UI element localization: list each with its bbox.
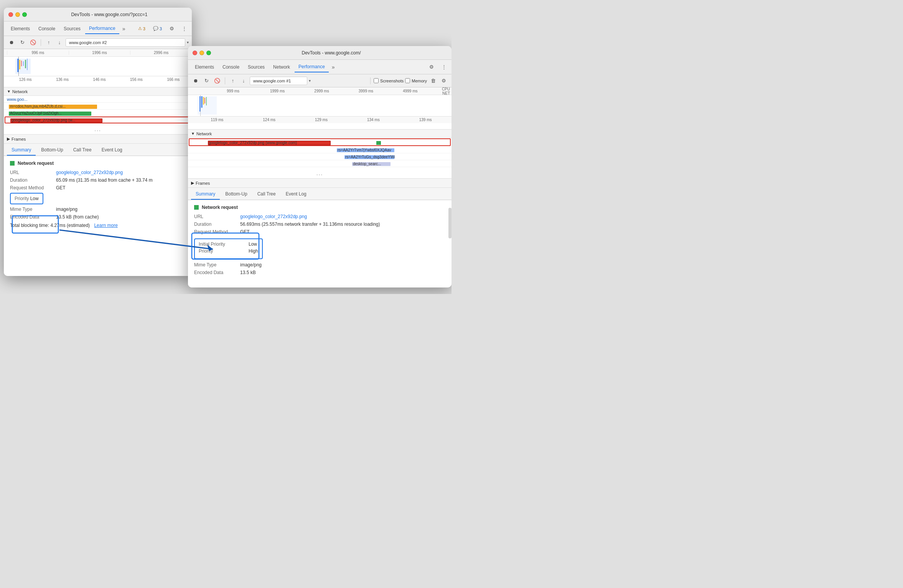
network-section-1: ▼ Network www.goo... m=cdos,hsm,jsa,mb4Z… xyxy=(4,87,192,135)
memory-check[interactable]: Memory xyxy=(405,78,427,83)
net-row-2[interactable]: AGvuzYaZuuCrJpF1idZiOgh... xyxy=(4,110,192,117)
record-button[interactable]: ⏺ xyxy=(7,38,16,47)
net-row-0[interactable]: www.goo... xyxy=(4,96,192,103)
url-dropdown-1[interactable]: ▾ xyxy=(187,40,189,44)
net-row-1[interactable]: m=cdos,hsm,jsa,mb4ZUb,d,csi... xyxy=(4,103,192,110)
s-mark-2: 124 ms xyxy=(243,118,295,122)
minimize-button[interactable] xyxy=(15,12,20,17)
tab-sources-1[interactable]: Sources xyxy=(60,24,84,34)
settings-icon-1[interactable]: ⚙ xyxy=(167,24,176,33)
net-bar2-label-3: desktop_searc... xyxy=(353,162,381,166)
badge-area-1: ⚠ 3 💬 3 ⚙ ⋮ xyxy=(136,24,189,33)
net-row2-0[interactable]: googlelogo_color_272x92dp.png (www.googl… xyxy=(189,138,451,146)
tab-more-1[interactable]: » xyxy=(120,24,128,33)
maximize-button[interactable] xyxy=(22,12,27,17)
frames-label-2: Frames xyxy=(196,181,210,186)
download-button[interactable]: ↓ xyxy=(55,38,64,47)
scrollbar-2[interactable] xyxy=(448,208,452,238)
priority-inner-1: Priority Low xyxy=(15,196,39,201)
upload-button[interactable]: ↑ xyxy=(44,38,53,47)
tab-console-1[interactable]: Console xyxy=(35,24,59,34)
url-section-2: ▾ xyxy=(250,77,367,85)
url-label-1: URL xyxy=(10,170,56,175)
learn-more-link-1[interactable]: Learn more xyxy=(94,223,117,228)
more-icon-2[interactable]: ⋮ xyxy=(439,62,448,72)
encoded-label-1: Encoded Data xyxy=(10,214,56,220)
close-button[interactable] xyxy=(8,12,13,17)
tab-performance-2[interactable]: Performance xyxy=(295,62,329,72)
net-row-3[interactable]: googlelogo_color_272x92dp.png (w... xyxy=(5,117,191,123)
frames-arrow-1: ▶ xyxy=(7,136,10,141)
memory-checkbox[interactable] xyxy=(405,78,410,83)
url-value-1[interactable]: googlelogo_color_272x92dp.png xyxy=(56,170,123,175)
more-icon-1[interactable]: ⋮ xyxy=(180,24,189,33)
screenshots-checkbox[interactable] xyxy=(374,78,379,83)
network-label-2: Network xyxy=(196,131,212,136)
method-label-2: Request Method xyxy=(194,229,240,235)
tab-elements-1[interactable]: Elements xyxy=(7,24,34,34)
reload-button-2[interactable]: ↻ xyxy=(202,76,211,85)
network-rows-1: www.goo... m=cdos,hsm,jsa,mb4ZUb,d,csi..… xyxy=(4,96,192,126)
tab-elements-2[interactable]: Elements xyxy=(191,62,218,72)
settings-btn-2[interactable]: ⚙ xyxy=(439,76,448,85)
screenshots-check[interactable]: Screenshots xyxy=(374,78,404,83)
cache-indicator xyxy=(376,141,381,145)
summary-encoded-row-1: Encoded Data 13.5 kB (from cache) xyxy=(10,214,186,220)
tab-bottomup-2[interactable]: Bottom-Up xyxy=(221,189,252,200)
tab-summary-1[interactable]: Summary xyxy=(7,145,36,156)
timeline-1: 996 ms 1996 ms 2996 ms 126 ms 136 ms 146… xyxy=(4,49,192,87)
url-section-1: ▾ xyxy=(66,38,189,47)
method-label-1: Request Method xyxy=(10,185,56,191)
timeline-chart-2[interactable] xyxy=(188,95,452,116)
clear-button[interactable]: 🚫 xyxy=(28,38,38,47)
summary-method-row-1: Request Method GET xyxy=(10,185,186,191)
net-row2-2[interactable]: rs=AA2YrTuGs_dsg3deeYWi xyxy=(188,153,452,160)
tab-calltree-1[interactable]: Call Tree xyxy=(69,145,96,156)
url-dropdown-2[interactable]: ▾ xyxy=(309,79,311,83)
tab-console-2[interactable]: Console xyxy=(219,62,243,72)
minimize-button-2[interactable] xyxy=(199,51,204,55)
network-header-1[interactable]: ▼ Network xyxy=(4,87,192,96)
ruler-mark-3: 2996 ms xyxy=(130,51,192,55)
tab-performance-1[interactable]: Performance xyxy=(85,23,119,34)
net-bar-container-2: AGvuzYaZuuCrJpF1idZiOgh... xyxy=(7,111,189,115)
cpu-label: CPU xyxy=(432,87,450,91)
overflow-dots-1: ··· xyxy=(4,126,192,134)
maximize-button-2[interactable] xyxy=(206,51,211,55)
tab-eventlog-1[interactable]: Event Log xyxy=(97,145,127,156)
tab-calltree-2[interactable]: Call Tree xyxy=(253,189,280,200)
close-button-2[interactable] xyxy=(193,51,197,55)
tab-eventlog-2[interactable]: Event Log xyxy=(281,189,311,200)
upload-button-2[interactable]: ↑ xyxy=(228,76,237,85)
network-arrow-2: ▼ xyxy=(191,131,195,136)
url-input-2[interactable] xyxy=(250,77,307,85)
cpu-net-labels: CPU NET xyxy=(432,87,452,95)
summary-encoded-row-2: Encoded Data 13.5 kB xyxy=(194,270,445,275)
priority-outlined-box-1: Priority Low xyxy=(10,193,43,204)
timeline-chart-1[interactable] xyxy=(4,57,192,76)
delete-button-2[interactable]: 🗑 xyxy=(428,76,438,85)
s-mark-1: 119 ms xyxy=(191,118,243,122)
tab-more-2[interactable]: » xyxy=(330,62,337,72)
tab-network-2[interactable]: Network xyxy=(269,62,294,72)
url-input-1[interactable] xyxy=(66,38,185,47)
frames-bar-2[interactable]: ▶ Frames xyxy=(188,179,452,188)
net-label: NET xyxy=(432,91,450,95)
priority-value-2: High xyxy=(249,248,258,254)
frames-bar-1[interactable]: ▶ Frames xyxy=(4,135,192,144)
download-button-2[interactable]: ↓ xyxy=(239,76,248,85)
tab-sources-2[interactable]: Sources xyxy=(244,62,269,72)
window-title-1: DevTools - www.google.com/?pccc=1 xyxy=(31,12,187,17)
net-row2-3[interactable]: desktop_searc... xyxy=(188,160,452,167)
url-value-2[interactable]: googlelogo_color_272x92dp.png xyxy=(240,214,307,219)
timeline-2: 999 ms 1999 ms 2999 ms 3999 ms 4999 ms C… xyxy=(188,87,452,130)
reload-button[interactable]: ↻ xyxy=(18,38,27,47)
network-header-2[interactable]: ▼ Network xyxy=(188,130,452,138)
net-bar-container-1: m=cdos,hsm,jsa,mb4ZUb,d,csi... xyxy=(7,104,189,108)
record-button-2[interactable]: ⏺ xyxy=(191,76,200,85)
tab-bottomup-1[interactable]: Bottom-Up xyxy=(36,145,68,156)
tab-summary-2[interactable]: Summary xyxy=(191,189,220,200)
settings-icon-2[interactable]: ⚙ xyxy=(427,62,436,72)
net-row2-1[interactable]: rs=AA2YrTvm7jYwbsf0XJQAav xyxy=(188,146,452,153)
clear-button-2[interactable]: 🚫 xyxy=(213,76,222,85)
